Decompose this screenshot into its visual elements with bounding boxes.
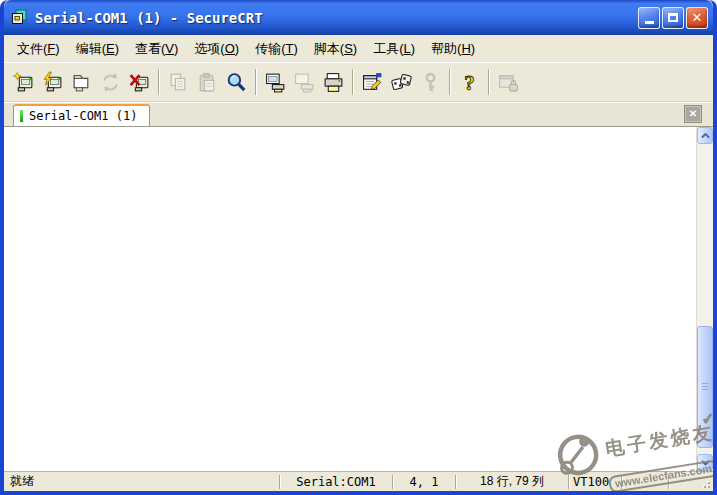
menu-item-transfer[interactable]: 传输(T) — [247, 37, 306, 61]
scroll-up-icon — [701, 133, 710, 139]
toolbar-separator — [255, 69, 257, 95]
securecrt-window: Serial-COM1 (1) - SecureCRT ✕ 文件(F) 编辑(E… — [0, 0, 717, 495]
quick-connect-button[interactable] — [38, 67, 67, 97]
menu-item-options[interactable]: 选项(O) — [186, 37, 247, 61]
session-options-icon — [361, 71, 384, 94]
menu-item-tools[interactable]: 工具(L) — [365, 37, 423, 61]
status-ready: 就绪 — [10, 473, 279, 490]
menu-item-view[interactable]: 查看(V) — [127, 37, 186, 61]
print-screen-button[interactable] — [261, 67, 290, 97]
scroll-down-button[interactable] — [697, 454, 713, 471]
close-icon: ✕ — [692, 11, 703, 24]
toolbar: ? — [4, 62, 713, 102]
reconnect-icon — [99, 71, 122, 94]
paste-icon — [196, 71, 219, 94]
connect-in-tab-icon — [70, 71, 93, 94]
find-icon — [225, 71, 248, 94]
reconnect-button[interactable] — [96, 67, 125, 97]
connect-in-tab-button[interactable] — [67, 67, 96, 97]
scroll-up-button[interactable] — [697, 127, 713, 144]
quick-connect-icon — [41, 71, 64, 94]
print-screen-icon — [264, 71, 287, 94]
tab-bar: Serial-COM1 (1) ✕ — [4, 102, 713, 126]
toolbar-separator — [488, 69, 490, 95]
session-options-button[interactable] — [358, 67, 387, 97]
close-button[interactable]: ✕ — [686, 7, 708, 29]
menu-item-script[interactable]: 脚本(S) — [306, 37, 365, 61]
terminal-screen[interactable] — [4, 127, 696, 471]
tab-lock-icon — [497, 71, 520, 94]
help-icon: ? — [458, 71, 481, 94]
find-button[interactable] — [222, 67, 251, 97]
run-script-button[interactable] — [387, 67, 416, 97]
maximize-button[interactable] — [662, 7, 684, 29]
menu-item-edit[interactable]: 编辑(E) — [68, 37, 127, 61]
svg-text:?: ? — [464, 71, 474, 94]
status-emulation: VT100 — [569, 475, 621, 489]
toolbar-separator — [158, 69, 160, 95]
run-script-icon — [390, 71, 413, 94]
toolbar-separator — [352, 69, 354, 95]
disconnect-icon — [128, 71, 151, 94]
print-icon — [322, 71, 345, 94]
scrollbar-track[interactable] — [697, 144, 713, 454]
content-area — [4, 126, 713, 471]
minimize-button[interactable] — [638, 7, 660, 29]
window-title: Serial-COM1 (1) - SecureCRT — [35, 10, 263, 26]
print-selection-icon — [293, 71, 316, 94]
keymap-button[interactable] — [416, 67, 445, 97]
status-rows-cols: 18 行, 79 列 — [456, 473, 568, 490]
status-session: Serial:COM1 — [280, 475, 392, 489]
vertical-scrollbar[interactable] — [696, 127, 713, 471]
resize-grip[interactable] — [699, 472, 713, 491]
keymap-icon — [419, 71, 442, 94]
scrollbar-grip-icon — [702, 383, 708, 390]
print-button[interactable] — [319, 67, 348, 97]
tab-bar-close-button[interactable]: ✕ — [685, 106, 701, 122]
title-bar[interactable]: Serial-COM1 (1) - SecureCRT ✕ — [4, 0, 713, 35]
status-cursor-position: 4, 1 — [393, 475, 455, 489]
scrollbar-thumb[interactable] — [697, 326, 713, 448]
disconnect-button[interactable] — [125, 67, 154, 97]
menu-item-file[interactable]: 文件(F) — [9, 37, 68, 61]
connect-button[interactable] — [9, 67, 38, 97]
scroll-down-icon — [701, 460, 710, 466]
copy-icon — [167, 71, 190, 94]
tab-connected-indicator-icon — [20, 110, 23, 122]
print-selection-button[interactable] — [290, 67, 319, 97]
app-icon — [10, 8, 29, 27]
connect-icon — [12, 71, 35, 94]
menu-bar: 文件(F) 编辑(E) 查看(V) 选项(O) 传输(T) 脚本(S) 工具(L… — [4, 35, 713, 62]
tab-lock-button[interactable] — [494, 67, 523, 97]
menu-item-help[interactable]: 帮助(H) — [423, 37, 483, 61]
copy-button[interactable] — [164, 67, 193, 97]
help-button[interactable]: ? — [455, 67, 484, 97]
paste-button[interactable] — [193, 67, 222, 97]
toolbar-separator — [449, 69, 451, 95]
minimize-icon — [645, 21, 654, 24]
maximize-icon — [668, 13, 678, 22]
status-bar: 就绪 Serial:COM1 4, 1 18 行, 79 列 VT100 — [4, 471, 713, 491]
tab-label: Serial-COM1 (1) — [29, 109, 137, 123]
tab-serial-com1[interactable]: Serial-COM1 (1) — [13, 104, 150, 126]
